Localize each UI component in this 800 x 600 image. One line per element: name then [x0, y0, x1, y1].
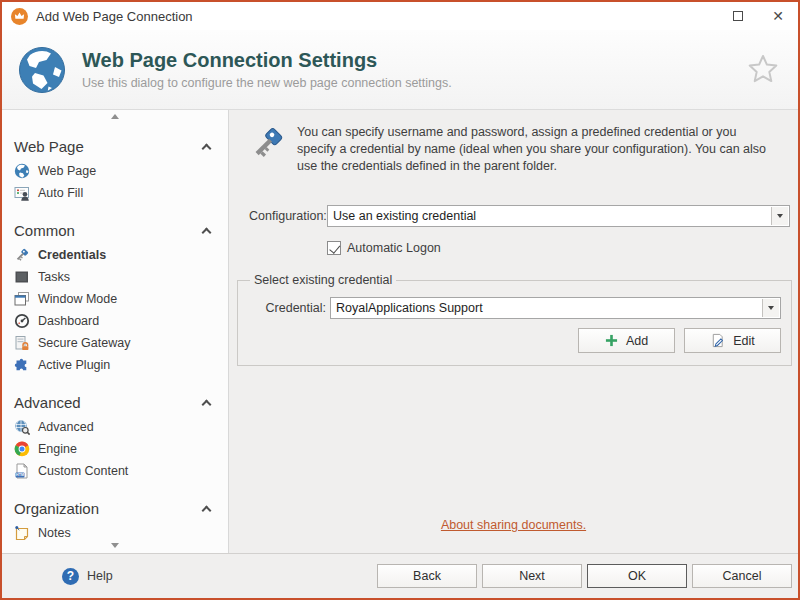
window-mode-icon	[14, 291, 30, 307]
sidebar-item-label: Custom Content	[38, 464, 128, 478]
maximize-button[interactable]	[718, 2, 758, 30]
svg-text:HTM: HTM	[16, 473, 24, 477]
ok-button-label: OK	[628, 569, 646, 583]
configuration-dropdown[interactable]: Use an existing credential	[327, 205, 790, 227]
sidebar-scroll-down[interactable]	[2, 543, 228, 548]
sidebar-item-label: Engine	[38, 442, 77, 456]
favorite-star-icon[interactable]	[746, 53, 780, 87]
sidebar-item-auto-fill[interactable]: Auto Fill	[2, 182, 228, 204]
sidebar-item-label: Active Plugin	[38, 358, 110, 372]
web-page-globe-icon	[14, 163, 30, 179]
chevron-down-icon	[777, 214, 783, 218]
credential-dropdown[interactable]: RoyalApplications Support	[330, 297, 781, 319]
sidebar-item-web-page[interactable]: Web Page	[2, 160, 228, 182]
configuration-row: Configuration: Use an existing credentia…	[249, 205, 790, 227]
sidebar-item-engine[interactable]: Engine	[2, 438, 228, 460]
royal-ts-crown-icon	[11, 8, 28, 25]
edit-button[interactable]: Edit	[684, 328, 781, 353]
dialog-header: Web Page Connection Settings Use this di…	[2, 30, 798, 110]
scroll-down-icon	[111, 543, 119, 548]
dialog-window: Add Web Page Connection ✕ Web Page Conne…	[0, 0, 800, 600]
sidebar-section-organization[interactable]: Organization	[2, 495, 228, 522]
ok-button[interactable]: OK	[587, 564, 687, 588]
configuration-value: Use an existing credential	[333, 209, 476, 223]
next-button[interactable]: Next	[482, 564, 582, 588]
sidebar-section-common[interactable]: Common	[2, 217, 228, 244]
chevron-up-icon	[202, 228, 212, 238]
html-document-icon: HTM	[14, 463, 30, 479]
sidebar-item-label: Credentials	[38, 248, 106, 262]
dropdown-arrow-button[interactable]	[771, 207, 788, 225]
help-question-icon: ?	[62, 568, 79, 585]
sidebar-item-custom-content[interactable]: HTM Custom Content	[2, 460, 228, 482]
sidebar-item-label: Secure Gateway	[38, 336, 130, 350]
sidebar-item-secure-gateway[interactable]: Secure Gateway	[2, 332, 228, 354]
group-title: Select existing credential	[250, 273, 396, 287]
sidebar-item-label: Advanced	[38, 420, 94, 434]
back-button[interactable]: Back	[377, 564, 477, 588]
scroll-up-icon	[111, 114, 119, 119]
sidebar-item-label: Notes	[38, 526, 71, 540]
web-page-globe-icon	[18, 46, 66, 94]
credential-buttons: Add Edit	[248, 328, 781, 353]
auto-fill-icon	[14, 185, 30, 201]
sidebar-item-label: Window Mode	[38, 292, 117, 306]
automatic-logon-checkbox[interactable]	[327, 241, 341, 255]
secure-gateway-icon	[14, 335, 30, 351]
chevron-down-icon	[768, 306, 774, 310]
cancel-button[interactable]: Cancel	[692, 564, 792, 588]
help-label: Help	[87, 569, 113, 583]
back-button-label: Back	[413, 569, 441, 583]
sidebar-item-tasks[interactable]: Tasks	[2, 266, 228, 288]
page-subtitle: Use this dialog to configure the new web…	[82, 76, 746, 90]
cancel-button-label: Cancel	[723, 569, 762, 583]
header-text: Web Page Connection Settings Use this di…	[82, 49, 746, 90]
add-button[interactable]: Add	[578, 328, 675, 353]
sidebar: Web Page Web Page Auto Fill Common	[2, 110, 229, 553]
add-button-label: Add	[626, 334, 648, 348]
select-existing-credential-group: Select existing credential Credential: R…	[237, 273, 792, 366]
sidebar-item-dashboard[interactable]: Dashboard	[2, 310, 228, 332]
sidebar-item-active-plugin[interactable]: Active Plugin	[2, 354, 228, 376]
section-label: Web Page	[14, 138, 84, 155]
link-row: About sharing documents.	[229, 515, 798, 533]
credential-value: RoyalApplications Support	[336, 301, 483, 315]
section-label: Common	[14, 222, 75, 239]
key-icon	[14, 247, 30, 263]
plus-icon	[605, 334, 618, 347]
tasks-icon	[14, 269, 30, 285]
advanced-globe-icon	[14, 419, 30, 435]
dialog-body: Web Page Web Page Auto Fill Common	[2, 110, 798, 553]
footer-bar: ? Help Back Next OK Cancel	[2, 553, 798, 598]
automatic-logon-row: Automatic Logon	[327, 241, 790, 255]
close-icon: ✕	[772, 9, 784, 23]
sidebar-item-label: Dashboard	[38, 314, 99, 328]
window-title: Add Web Page Connection	[36, 9, 718, 24]
puzzle-icon	[14, 357, 30, 373]
sidebar-item-notes[interactable]: Notes	[2, 522, 228, 544]
chrome-engine-icon	[14, 441, 30, 457]
sidebar-section-web-page[interactable]: Web Page	[2, 133, 228, 160]
close-button[interactable]: ✕	[758, 2, 798, 30]
chevron-up-icon	[202, 506, 212, 516]
sidebar-item-credentials[interactable]: Credentials	[2, 244, 228, 266]
chevron-up-icon	[202, 400, 212, 410]
sidebar-item-advanced[interactable]: Advanced	[2, 416, 228, 438]
next-button-label: Next	[519, 569, 545, 583]
sticky-note-icon	[14, 525, 30, 541]
help-button[interactable]: ? Help	[62, 568, 372, 585]
chevron-up-icon	[202, 144, 212, 154]
maximize-icon	[733, 11, 743, 21]
sidebar-section-advanced[interactable]: Advanced	[2, 389, 228, 416]
about-sharing-documents-link[interactable]: About sharing documents.	[441, 518, 586, 532]
sidebar-item-window-mode[interactable]: Window Mode	[2, 288, 228, 310]
key-icon	[249, 124, 287, 162]
credential-row: Credential: RoyalApplications Support	[248, 297, 781, 319]
credential-label: Credential:	[248, 301, 326, 315]
sidebar-scroll-up[interactable]	[2, 110, 228, 120]
dropdown-arrow-button[interactable]	[762, 299, 779, 317]
edit-pencil-icon	[710, 333, 725, 348]
sidebar-item-label: Tasks	[38, 270, 70, 284]
sidebar-item-label: Auto Fill	[38, 186, 83, 200]
sidebar-item-label: Web Page	[38, 164, 96, 178]
